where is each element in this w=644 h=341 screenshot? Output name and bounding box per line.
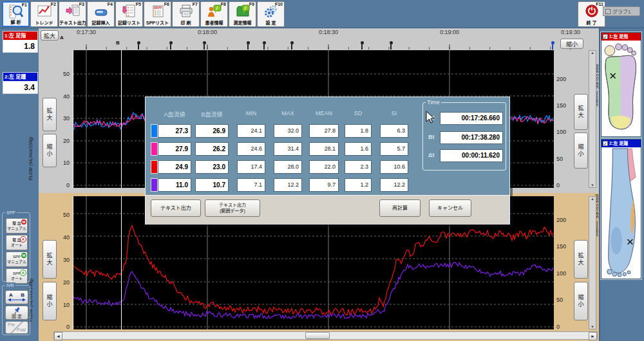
text-output-range-button[interactable]: テキスト出力(範囲データ): [205, 199, 260, 217]
spp-button-1[interactable]: 駆 血マニュアルM: [6, 218, 28, 234]
site1-foot-card[interactable]: ✓ 1:左 足指: [601, 32, 641, 137]
bottom-right-zoom-out-button[interactable]: 縮小: [574, 282, 588, 320]
table-header-MAX: MAX: [274, 110, 302, 116]
table-cell: 12.2: [380, 178, 408, 192]
bottom-right-zoom-in-button[interactable]: 拡大: [574, 240, 588, 279]
spp-button-3[interactable]: SPPマニュアルM: [6, 252, 28, 267]
toolbar-button-trend[interactable]: F2トレンド: [30, 1, 58, 27]
table-cell: 26.9: [195, 124, 229, 138]
scroll-down-icon[interactable]: ▼: [589, 183, 596, 187]
ab-a-label: A: [9, 293, 13, 298]
scrollbar-thumb[interactable]: [305, 332, 330, 339]
toolbar-button-recinsert[interactable]: F4記録挿入: [87, 1, 115, 27]
axis-tick-label: 150: [556, 243, 566, 250]
toolbar-button-spplist[interactable]: F6SKPPSPPリスト: [144, 1, 171, 27]
toolbar-button-label: 記録リスト: [116, 19, 142, 26]
record-marker-pin-icon[interactable]: [551, 41, 554, 50]
record-marker-pin-icon[interactable]: [202, 41, 206, 50]
record-marker-pin-icon[interactable]: [137, 41, 140, 50]
record-marker-pin-icon[interactable]: [290, 41, 294, 50]
scroll-down-icon[interactable]: ▼: [589, 325, 596, 329]
table-cell: 5.7: [380, 142, 408, 156]
pre-post-button[interactable]: Pre Post: [5, 321, 28, 334]
table-cell: 24.6: [237, 142, 265, 156]
bottom-graph-scrollbar[interactable]: ▲▼: [589, 196, 596, 329]
top-right-zoom-in-button[interactable]: 拡大: [574, 94, 588, 130]
axis-tick-label: 50: [53, 71, 70, 77]
cursor-b-label[interactable]: B: [116, 40, 120, 46]
exit-button[interactable]: F11 終 了: [578, 1, 605, 27]
time-value-field[interactable]: 00:00:11.620: [440, 149, 503, 162]
time-row-label: Δt: [428, 152, 434, 158]
scroll-up-icon[interactable]: ▲: [589, 197, 596, 201]
cursor-a-label[interactable]: A: [60, 35, 64, 41]
toolbar-button-patient[interactable]: F8i患者情報: [200, 1, 228, 27]
record-marker-pin-icon[interactable]: [360, 41, 364, 50]
scroll-up-icon[interactable]: ▲: [589, 51, 596, 55]
reclist-icon: [122, 4, 137, 18]
record-marker-pin-icon[interactable]: [169, 41, 173, 50]
toolbar-button-settings[interactable]: F10設 定: [257, 1, 285, 27]
table-header-MEAN: MEAN: [309, 110, 339, 116]
toolbar-button-label: 患者情報: [201, 19, 227, 26]
fix-button[interactable]: 固 定: [5, 306, 28, 320]
dialog-button-bar: テキスト出力テキスト出力(範囲データ)再計算キャンセル: [146, 195, 509, 225]
table-header-A血流値: A血流値: [158, 110, 191, 118]
time-value-field[interactable]: 00:17:26.660: [440, 112, 503, 125]
site1-foot-label: 1:左 足指: [609, 33, 628, 41]
table-cell: 11.0: [158, 178, 191, 192]
top-right-zoom-out-button[interactable]: 縮小: [574, 133, 588, 169]
fkey-label: F3: [79, 2, 84, 6]
top-left-zoom-in-button[interactable]: 拡大: [43, 98, 57, 131]
table-cell: 2.3: [345, 160, 372, 174]
time-scrollbar[interactable]: ◄ ►: [53, 331, 598, 340]
table-header-B血流値: B血流値: [195, 110, 229, 118]
fkey-label: F7: [193, 2, 198, 6]
measure-site1: 1:左 足指 1.8: [3, 31, 38, 53]
graph-tab[interactable]: ✓ グラフ1: [603, 6, 640, 16]
spp-button-2[interactable]: 駆 血オートA: [6, 235, 28, 250]
cancel-button[interactable]: キャンセル: [429, 199, 471, 217]
scroll-right-icon[interactable]: ►: [589, 332, 597, 340]
record-marker-pin-icon[interactable]: [246, 41, 250, 50]
table-cell: 1.6: [345, 142, 372, 156]
axis-tick-label: 30: [53, 257, 70, 263]
toolbar-button-print[interactable]: F7印 刷: [172, 1, 200, 27]
axis-tick-label: 10: [53, 160, 70, 166]
time-axis-label: 0:17:30: [70, 29, 102, 35]
toolbar-button-measinfo[interactable]: F9i測定情報: [229, 1, 256, 27]
measure-site1-value: 1.8: [3, 40, 37, 52]
toolbar-button-analyze[interactable]: F1解 析: [2, 1, 30, 27]
record-marker-pin-icon[interactable]: [389, 41, 393, 50]
axis-tick-label: 0: [556, 324, 560, 330]
bottom-left-zoom-out-button[interactable]: 縮小: [43, 282, 57, 320]
toolbar-button-reclist[interactable]: F5記録リスト: [115, 1, 143, 27]
ruler-zoom-out-button[interactable]: 縮小: [560, 39, 583, 49]
table-cell: 1.2: [345, 178, 372, 192]
time-value-field[interactable]: 00:17:38.280: [440, 131, 503, 144]
recalculate-button[interactable]: 再計算: [379, 199, 421, 217]
record-marker-pin-icon[interactable]: [262, 41, 266, 50]
checkbox-icon[interactable]: ✓: [603, 34, 608, 39]
scroll-left-icon[interactable]: ◄: [54, 332, 62, 340]
measure-site1-header: 1:左 足指: [3, 32, 37, 40]
table-cell: 26.2: [195, 142, 229, 156]
axis-tick-label: 0: [53, 182, 70, 189]
toolbar-button-label: SPPリスト: [144, 19, 171, 26]
ruler-zoom-in-button[interactable]: 拡大: [41, 30, 59, 41]
text-output-button[interactable]: テキスト出力: [151, 199, 201, 217]
fkey-label: F5: [136, 2, 141, 6]
app-window: F1解 析F2トレンドF3テキスト出力F4記録挿入F5記録リストF6SKPPSP…: [0, 0, 644, 341]
site2-foot-header: ✓ 2:左 足踵: [601, 140, 641, 147]
power-icon: [585, 4, 599, 18]
toolbar-button-label: テキスト出力: [59, 19, 86, 26]
site2-foot-label: 2:左 足踵: [609, 140, 628, 147]
site2-foot-card[interactable]: ✓ 2:左 足踵: [601, 139, 641, 279]
top-graph-scrollbar[interactable]: ▲▼: [589, 50, 596, 188]
spp-button-4[interactable]: SPPオートA: [6, 268, 28, 284]
axis-tick-label: 200: [556, 217, 566, 223]
fix-button-label: 固 定: [12, 314, 22, 318]
toolbar-button-textout[interactable]: F3テキスト出力: [59, 1, 86, 27]
ab-range-button[interactable]: A B: [5, 290, 28, 304]
checkbox-icon[interactable]: ✓: [603, 141, 608, 146]
